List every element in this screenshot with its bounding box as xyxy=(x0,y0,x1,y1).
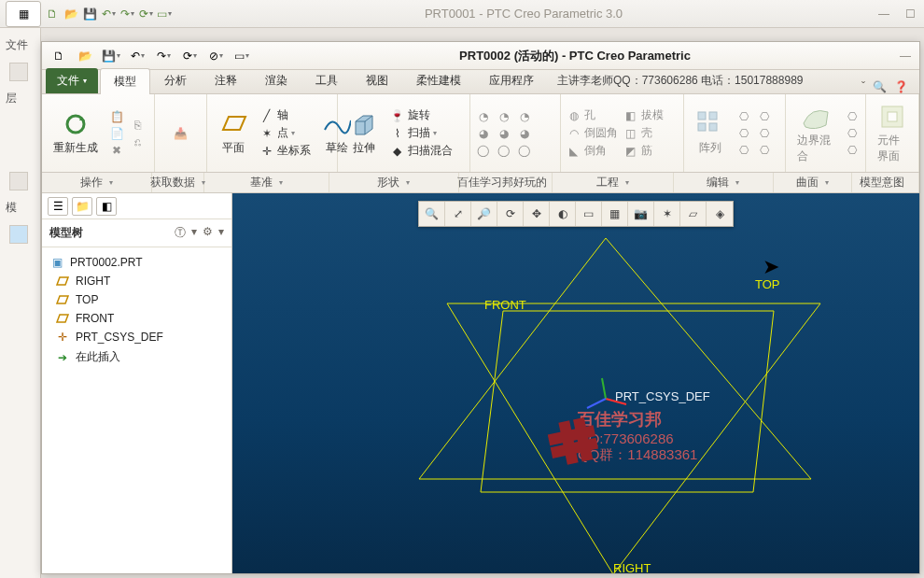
bj8-button[interactable]: ◕ xyxy=(517,126,532,141)
tree-item-top[interactable]: TOP xyxy=(46,290,228,309)
bj1-button[interactable]: ◔ xyxy=(476,109,491,124)
gl-bj[interactable]: 百佳学习邦好玩的 xyxy=(459,173,553,192)
tree-tool1-icon[interactable]: Ⓣ xyxy=(175,225,186,241)
gl-actions[interactable]: 操作 xyxy=(42,173,152,192)
tree-tab3-button[interactable]: ◧ xyxy=(96,197,117,216)
surf2-button[interactable]: ⎔ xyxy=(845,126,860,141)
bj2-button[interactable]: ◕ xyxy=(476,126,491,141)
gl-intent[interactable]: 模型意图 xyxy=(852,173,919,192)
tree-tool2-icon[interactable]: ▾ xyxy=(191,225,197,241)
tab-analysis[interactable]: 分析 xyxy=(150,67,201,93)
copy-button[interactable]: 📋 xyxy=(109,109,124,124)
outer-stub2-icon[interactable] xyxy=(9,172,28,190)
undo-icon[interactable]: ↶ xyxy=(101,7,116,21)
chamfer-button[interactable]: ◣倒角 xyxy=(567,143,618,159)
gl-eng[interactable]: 工程 xyxy=(553,173,674,192)
gl-surf[interactable]: 曲面 xyxy=(774,173,852,192)
tab-apps[interactable]: 应用程序 xyxy=(475,67,548,93)
help-icon[interactable]: ❓ xyxy=(894,80,908,93)
edit4-button[interactable]: ⎔ xyxy=(757,109,772,124)
qa-redo-button[interactable]: ↷ xyxy=(152,46,175,66)
edit3-button[interactable]: ⎔ xyxy=(736,143,751,158)
tab-view[interactable]: 视图 xyxy=(352,67,402,93)
tree-tool3-icon[interactable]: ⚙ xyxy=(203,225,213,241)
extrude-button[interactable]: 拉伸 xyxy=(343,108,385,158)
save-icon[interactable]: 💾 xyxy=(82,7,97,21)
edit1-button[interactable]: ⎔ xyxy=(736,109,751,124)
tab-annotate[interactable]: 注释 xyxy=(201,67,251,93)
shell-button[interactable]: ◫壳 xyxy=(623,125,664,141)
bj9-button[interactable]: ◯ xyxy=(517,143,532,158)
intent-button[interactable]: 元件界面 xyxy=(872,101,913,166)
hole-button[interactable]: ◍孔 xyxy=(567,107,618,123)
csys-button[interactable]: ✛坐标系 xyxy=(259,143,311,159)
redo-icon[interactable]: ↷ xyxy=(119,7,134,21)
new-icon[interactable]: 🗋 xyxy=(45,7,60,21)
tab-tools[interactable]: 工具 xyxy=(301,67,352,93)
tab-model[interactable]: 模型 xyxy=(100,68,150,94)
gl-getdata[interactable]: 获取数据 xyxy=(152,173,204,192)
swept-blend-button[interactable]: ◆扫描混合 xyxy=(390,143,453,159)
tab-file[interactable]: 文件▾ xyxy=(46,68,98,93)
bj7-button[interactable]: ◔ xyxy=(517,109,532,124)
outer-models-tab[interactable]: 模 xyxy=(0,196,40,219)
tree-tab1-button[interactable]: ☰ xyxy=(48,197,68,216)
qa-open-button[interactable]: 📂 xyxy=(74,46,96,66)
qa-save-button[interactable]: 💾 xyxy=(100,46,122,66)
qa-regen-button[interactable]: ⟳ xyxy=(178,46,201,66)
pattern-button[interactable]: 阵列 xyxy=(690,108,731,158)
getdata-button[interactable]: 📥 xyxy=(161,118,202,149)
round-button[interactable]: ◠倒圆角 xyxy=(567,125,618,141)
edit6-button[interactable]: ⎔ xyxy=(757,143,772,158)
tree-item-csys[interactable]: ✛PRT_CSYS_DEF xyxy=(46,328,228,346)
regen-button[interactable]: 重新生成 xyxy=(48,108,104,158)
gl-shapes[interactable]: 形状 xyxy=(329,173,459,192)
regen-icon[interactable]: ⟳ xyxy=(138,7,153,21)
tab-flex[interactable]: 柔性建模 xyxy=(402,67,475,93)
qa-undo-button[interactable]: ↶ xyxy=(126,46,148,66)
qa-close-button[interactable]: ⊘ xyxy=(204,46,227,66)
tree-tab2-button[interactable]: 📁 xyxy=(72,197,92,216)
tree-item-insert[interactable]: ➔在此插入 xyxy=(46,346,228,368)
tree-item-right[interactable]: RIGHT xyxy=(46,272,228,290)
bj4-button[interactable]: ◔ xyxy=(497,109,511,124)
inner-minimize-button[interactable]: — xyxy=(897,49,914,63)
paste-button[interactable]: 📄 xyxy=(109,126,124,141)
ribbon-min-icon[interactable]: ˇ xyxy=(861,80,865,93)
gl-edit[interactable]: 编辑 xyxy=(674,173,774,192)
viewport[interactable]: 🔍 ⤢ 🔎 ⟳ ✥ ◐ ▭ ▦ 📷 ✶ ▱ ◈ xyxy=(232,193,919,573)
surf1-button[interactable]: ⎔ xyxy=(845,109,860,124)
sweep-button[interactable]: ⌇扫描▾ xyxy=(390,125,453,141)
tree-item-front[interactable]: FRONT xyxy=(46,309,228,328)
search-icon[interactable]: 🔍 xyxy=(873,80,887,93)
tree-root[interactable]: ▣PRT0002.PRT xyxy=(46,253,228,272)
maximize-button[interactable]: ☐ xyxy=(902,7,918,21)
plane-button[interactable]: 平面 xyxy=(213,108,254,158)
edit5-button[interactable]: ⎔ xyxy=(757,126,772,141)
outer-stub3-icon[interactable] xyxy=(9,225,28,244)
outer-stub-icon[interactable] xyxy=(9,63,28,81)
surf3-button[interactable]: ⎔ xyxy=(845,143,860,158)
bj6-button[interactable]: ◯ xyxy=(497,143,511,158)
rib-button[interactable]: ◩筋 xyxy=(623,143,664,159)
outer-file-tab[interactable]: 文件 xyxy=(0,34,40,57)
boundary-button[interactable]: 边界混合 xyxy=(791,101,839,166)
outer-app-icon[interactable]: ▦ xyxy=(6,1,41,27)
outer-layers-tab[interactable]: 层 xyxy=(0,87,40,110)
gl-datum[interactable]: 基准 xyxy=(204,173,329,192)
point-button[interactable]: ✶点▾ xyxy=(259,125,311,141)
edit2-button[interactable]: ⎔ xyxy=(736,126,751,141)
minimize-button[interactable]: — xyxy=(875,7,892,21)
op2-button[interactable]: ⎌ xyxy=(130,134,145,149)
open-icon[interactable]: 📂 xyxy=(63,7,78,21)
axis-button[interactable]: ╱轴 xyxy=(259,107,311,123)
qa-windows-button[interactable]: ▭ xyxy=(231,46,253,66)
tab-render[interactable]: 渲染 xyxy=(251,67,301,93)
delete-button[interactable]: ✖ xyxy=(109,143,124,158)
tree-tool4-icon[interactable]: ▾ xyxy=(218,225,224,241)
qa-new-button[interactable]: 🗋 xyxy=(48,46,70,66)
op1-button[interactable]: ⎘ xyxy=(130,118,145,133)
windows-icon[interactable]: ▭ xyxy=(157,7,172,21)
revolve-button[interactable]: 🍷旋转 xyxy=(390,107,453,123)
bj3-button[interactable]: ◯ xyxy=(476,143,491,158)
